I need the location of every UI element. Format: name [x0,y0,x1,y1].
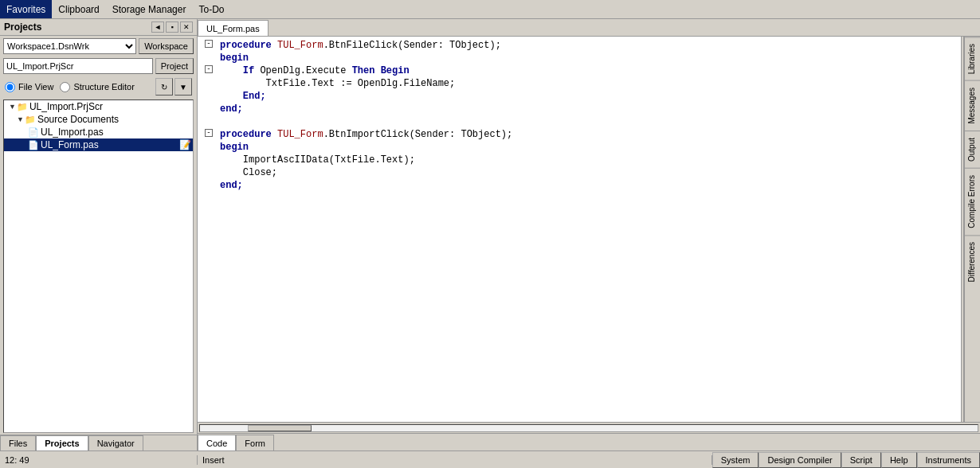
sidebar-messages[interactable]: Messages [965,80,980,131]
bottom-tabs-left: Files Projects Navigator [0,435,197,450]
status-script-btn[interactable]: Script [841,452,881,468]
tab-files[interactable]: Files [0,435,36,450]
tree-item-source-docs[interactable]: ▼ 📁 Source Documents [4,113,193,126]
code-line-1: - procedure TUL_Form.BtnFileClick(Sender… [198,40,961,53]
tree-item-ul-import[interactable]: 📄 UL_Import.pas [4,126,193,138]
gutter-1: - [201,40,217,48]
menu-bar: Favorites Clipboard Storage Manager To-D… [0,0,980,19]
tree-label-ul-import: UL_Import.pas [41,127,104,138]
code-line-4: TxtFile.Text := OpenDlg.FileName; [198,78,961,91]
expand-icon: ▼ [9,103,16,111]
gutter-8: - [201,129,217,137]
main-area: Projects ◄ ▪ ✕ Workspace1.DsnWrk Workspa… [0,19,980,450]
status-buttons: System Design Compiler Script Help Instr… [712,452,980,468]
panel-header: Projects ◄ ▪ ✕ [0,19,197,36]
project-icon: 📁 [17,102,28,112]
tab-form[interactable]: Form [236,435,274,450]
file-view-radio[interactable]: File View [5,82,53,92]
status-mode: Insert [198,455,712,465]
refresh-icon-btn[interactable]: ↻ [155,78,173,96]
code-line-10: ImportAscIIData(TxtFile.Text); [198,154,961,167]
status-bar: 12: 49 Insert System Design Compiler Scr… [0,450,980,468]
code-line-5: End; [198,91,961,103]
tab-navigator[interactable]: Navigator [88,435,143,450]
scrollbar-track[interactable] [199,424,978,432]
panel-title: Projects [4,21,41,33]
panel-pin-btn[interactable]: ◄ [151,21,164,33]
code-line-8: - procedure TUL_Form.BtnImportClick(Send… [198,129,961,142]
code-text-6: end; [217,103,243,115]
project-tree[interactable]: ▼ 📁 UL_Import.PrjScr ▼ 📁 Source Document… [3,99,194,433]
right-sidebar: Libraries Messages Output Compile Errors… [964,37,980,422]
sidebar-compile-errors[interactable]: Compile Errors [965,168,980,235]
structure-view-label: Structure Editor [73,82,134,92]
code-text-8: procedure TUL_Form.BtnImportClick(Sender… [217,129,512,140]
view-icons: ↻ ▼ [155,78,192,96]
code-line-12: end; [198,180,961,193]
gutter-3: - [201,65,217,73]
status-system-btn[interactable]: System [712,452,759,468]
editor-tab-form[interactable]: UL_Form.pas [198,20,269,36]
panel-min-btn[interactable]: ▪ [166,21,178,33]
tree-label-source-docs: Source Documents [37,114,119,125]
expand-icon-source: ▼ [17,115,24,123]
tree-label-project: UL_Import.PrjScr [29,101,103,112]
code-text-10: ImportAscIIData(TxtFile.Text); [217,154,415,166]
code-text-4: TxtFile.Text := OpenDlg.FileName; [217,78,455,89]
menu-storage-manager[interactable]: Storage Manager [106,0,193,18]
structure-view-radio[interactable]: Structure Editor [60,82,134,92]
horizontal-scrollbar[interactable] [198,422,980,433]
workspace-select[interactable]: Workspace1.DsnWrk [3,38,136,54]
code-line-11: Close; [198,167,961,180]
structure-view-input[interactable] [60,82,70,92]
project-input[interactable] [3,58,153,74]
tree-item-ul-form[interactable]: 📄 UL_Form.pas 📝 [4,138,193,151]
panel-controls: ◄ ▪ ✕ [151,21,193,33]
left-panel: Projects ◄ ▪ ✕ Workspace1.DsnWrk Workspa… [0,19,198,450]
tab-projects[interactable]: Projects [36,435,88,450]
editor-container: - procedure TUL_Form.BtnFileClick(Sender… [198,37,980,422]
file-view-input[interactable] [5,82,15,92]
editor-area: UL_Form.pas - procedure TUL_Form.BtnFile… [198,19,980,450]
project-button[interactable]: Project [155,58,194,74]
code-text-9: begin [217,142,249,153]
project-row: Project [0,57,197,76]
status-instruments-btn[interactable]: Instruments [917,452,980,468]
code-line-6: end; [198,103,961,116]
code-text-3: If OpenDlg.Execute Then Begin [217,65,410,76]
menu-todo[interactable]: To-Do [192,0,230,18]
status-design-compiler-btn[interactable]: Design Compiler [759,452,841,468]
sidebar-libraries[interactable]: Libraries [965,37,980,80]
code-line-3: - If OpenDlg.Execute Then Begin [198,65,961,78]
code-text-2: begin [217,53,249,64]
editor-tabs: UL_Form.pas [198,19,980,37]
file-view-label: File View [18,82,53,92]
expand-8[interactable]: - [205,129,213,137]
view-options-btn[interactable]: ▼ [174,78,192,96]
file-icon-import: 📄 [28,127,39,138]
code-editor[interactable]: - procedure TUL_Form.BtnFileClick(Sender… [198,37,961,422]
expand-1[interactable]: - [205,40,213,48]
scrollbar-thumb[interactable] [248,425,312,431]
status-position: 12: 49 [0,455,198,465]
tree-item-project[interactable]: ▼ 📁 UL_Import.PrjScr [4,100,193,113]
code-line-7 [198,116,961,129]
sidebar-differences[interactable]: Differences [965,235,980,288]
code-text-1: procedure TUL_Form.BtnFileClick(Sender: … [217,40,501,51]
modified-icon: 📝 [179,139,191,150]
editor-bottom-tabs: Code Form [198,433,980,450]
folder-icon: 📁 [25,115,36,125]
menu-clipboard[interactable]: Clipboard [52,0,105,18]
tab-code[interactable]: Code [198,435,236,450]
file-icon-form: 📄 [28,140,39,150]
status-help-btn[interactable]: Help [881,452,917,468]
menu-favorites[interactable]: Favorites [0,0,52,18]
view-row: File View Structure Editor ↻ ▼ [0,76,197,98]
expand-3[interactable]: - [205,65,213,73]
code-text-5: End; [217,91,266,102]
code-line-2: begin [198,53,961,65]
workspace-button[interactable]: Workspace [139,38,194,54]
panel-close-btn[interactable]: ✕ [180,21,193,33]
code-line-9: begin [198,142,961,154]
sidebar-output[interactable]: Output [965,131,980,168]
